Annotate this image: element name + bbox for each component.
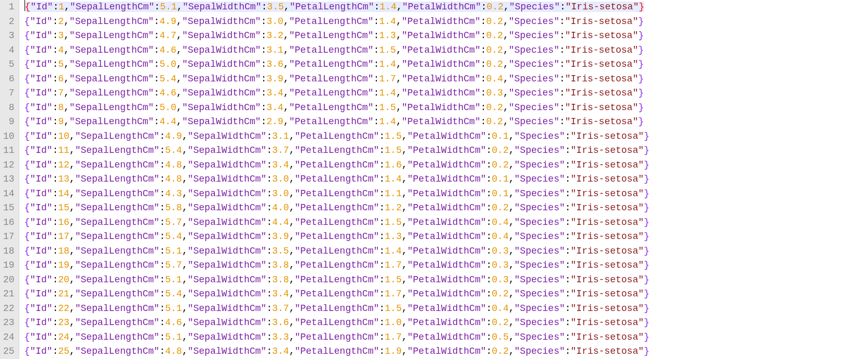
code-line[interactable]: {"Id":15,"SepalLengthCm":5.8,"SepalWidth… — [25, 201, 650, 216]
line-number: 10 — [3, 129, 15, 144]
code-line[interactable]: {"Id":22,"SepalLengthCm":5.1,"SepalWidth… — [25, 302, 650, 316]
line-number: 16 — [3, 216, 15, 230]
code-line[interactable]: {"Id":21,"SepalLengthCm":5.4,"SepalWidth… — [25, 287, 650, 302]
code-line[interactable]: {"Id":18,"SepalLengthCm":5.1,"SepalWidth… — [25, 244, 650, 259]
line-number: 8 — [3, 101, 15, 115]
code-line[interactable]: {"Id":5,"SepalLengthCm":5.0,"SepalWidthC… — [25, 57, 650, 72]
line-number: 3 — [3, 29, 15, 43]
code-line[interactable]: {"Id":6,"SepalLengthCm":5.4,"SepalWidthC… — [25, 72, 650, 87]
line-number: 18 — [3, 244, 15, 259]
line-number-gutter: 1234567891011121314151617181920212223242… — [0, 0, 19, 359]
line-number: 14 — [3, 187, 15, 201]
code-area[interactable]: {"Id":1,"SepalLengthCm":5.1,"SepalWidthC… — [19, 0, 650, 359]
code-line[interactable]: {"Id":17,"SepalLengthCm":5.4,"SepalWidth… — [25, 230, 650, 244]
code-line[interactable]: {"Id":4,"SepalLengthCm":4.6,"SepalWidthC… — [25, 43, 650, 58]
line-number: 19 — [3, 258, 15, 273]
line-number: 24 — [3, 330, 15, 345]
code-line[interactable]: {"Id":2,"SepalLengthCm":4.9,"SepalWidthC… — [25, 15, 650, 29]
code-line[interactable]: {"Id":8,"SepalLengthCm":5.0,"SepalWidthC… — [25, 101, 650, 115]
line-number: 15 — [3, 201, 15, 216]
line-number: 11 — [3, 143, 15, 158]
code-line[interactable]: {"Id":7,"SepalLengthCm":4.6,"SepalWidthC… — [25, 86, 650, 101]
code-line[interactable]: {"Id":14,"SepalLengthCm":4.3,"SepalWidth… — [25, 187, 650, 201]
line-number: 22 — [3, 302, 15, 316]
code-line[interactable]: {"Id":3,"SepalLengthCm":4.7,"SepalWidthC… — [25, 29, 650, 43]
line-number: 9 — [3, 115, 15, 129]
code-line[interactable]: {"Id":1,"SepalLengthCm":5.1,"SepalWidthC… — [25, 0, 650, 15]
line-number: 7 — [3, 86, 15, 101]
line-number: 4 — [3, 43, 15, 58]
code-line[interactable]: {"Id":23,"SepalLengthCm":4.6,"SepalWidth… — [25, 316, 650, 330]
line-number: 23 — [3, 316, 15, 330]
line-number: 25 — [3, 344, 15, 359]
code-line[interactable]: {"Id":9,"SepalLengthCm":4.4,"SepalWidthC… — [25, 115, 650, 129]
line-number: 2 — [3, 15, 15, 29]
line-number: 1 — [3, 0, 15, 15]
code-line[interactable]: {"Id":11,"SepalLengthCm":5.4,"SepalWidth… — [25, 143, 650, 158]
code-line[interactable]: {"Id":25,"SepalLengthCm":4.8,"SepalWidth… — [25, 344, 650, 359]
code-line[interactable]: {"Id":12,"SepalLengthCm":4.8,"SepalWidth… — [25, 158, 650, 173]
code-editor[interactable]: 1234567891011121314151617181920212223242… — [0, 0, 868, 359]
code-line[interactable]: {"Id":10,"SepalLengthCm":4.9,"SepalWidth… — [25, 129, 650, 144]
code-line[interactable]: {"Id":19,"SepalLengthCm":5.7,"SepalWidth… — [25, 258, 650, 273]
line-number: 12 — [3, 158, 15, 173]
line-number: 21 — [3, 287, 15, 302]
line-number: 13 — [3, 172, 15, 187]
line-number: 17 — [3, 230, 15, 244]
code-line[interactable]: {"Id":13,"SepalLengthCm":4.8,"SepalWidth… — [25, 172, 650, 187]
line-number: 6 — [3, 72, 15, 87]
line-number: 20 — [3, 273, 15, 288]
code-line[interactable]: {"Id":16,"SepalLengthCm":5.7,"SepalWidth… — [25, 216, 650, 230]
code-line[interactable]: {"Id":20,"SepalLengthCm":5.1,"SepalWidth… — [25, 273, 650, 288]
code-line[interactable]: {"Id":24,"SepalLengthCm":5.1,"SepalWidth… — [25, 330, 650, 345]
line-number: 5 — [3, 57, 15, 72]
selection-highlight: {"Id":1,"SepalLengthCm":5.1,"SepalWidthC… — [25, 2, 644, 12]
